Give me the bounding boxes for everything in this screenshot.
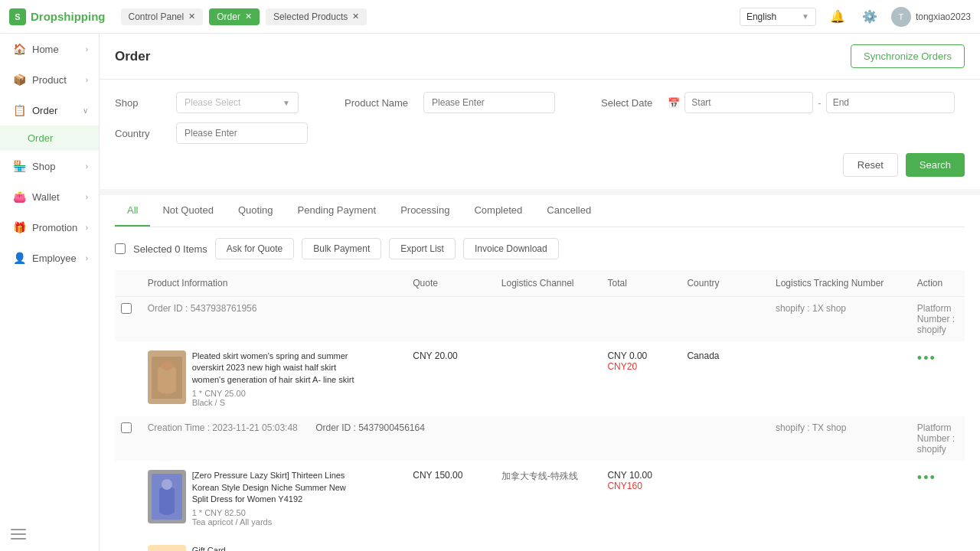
product-details-1: Pleated skirt women's spring and summer …: [192, 350, 361, 407]
tab-control-panel-close[interactable]: ✕: [188, 11, 195, 21]
topbar-right: English ▼ 🔔 ⚙️ T tongxiao2023: [740, 6, 971, 28]
sidebar-item-employee[interactable]: 👤 Employee ›: [0, 243, 99, 273]
svg-rect-0: [11, 529, 26, 530]
order-2-number: Order ID : 5437900456164: [315, 422, 425, 433]
tab-order-label: Order: [217, 11, 240, 22]
menu-icon[interactable]: [11, 529, 26, 542]
wallet-icon: 👛: [13, 191, 26, 203]
sidebar-sub-item-order[interactable]: Order: [0, 126, 99, 151]
total-red-2-1: CNY160: [607, 481, 675, 491]
svg-rect-1: [11, 533, 26, 535]
app-name: Dropshipping: [31, 10, 106, 23]
sidebar-item-wallet-label: Wallet: [32, 191, 60, 203]
user-info[interactable]: T tongxiao2023: [891, 7, 971, 27]
filter-row-2: Country: [115, 122, 965, 144]
order-1-meta-empty1: [495, 297, 602, 342]
order-tab-cancelled[interactable]: Cancelled: [534, 195, 603, 227]
page-title: Order: [115, 49, 150, 64]
shop-icon: 🏪: [13, 160, 26, 172]
order-2-tracking-2: [769, 536, 911, 551]
country-input[interactable]: [176, 122, 308, 144]
select-all-checkbox[interactable]: [115, 243, 126, 254]
order-1-checkbox[interactable]: [121, 303, 132, 314]
search-button[interactable]: Search: [906, 153, 965, 177]
order-tab-completed[interactable]: Completed: [462, 195, 534, 227]
ask-for-quote-button[interactable]: Ask for Quote: [215, 238, 294, 259]
tab-control-panel[interactable]: Control Panel ✕: [121, 8, 204, 25]
language-label: English: [746, 11, 776, 22]
product-name-2-1: [Zero Pressure Lazy Skirt] Thirteen Line…: [192, 470, 361, 505]
order-2-action-1: •••: [911, 461, 965, 536]
order-2-product-row-1: [Zero Pressure Lazy Skirt] Thirteen Line…: [115, 461, 965, 536]
order-2-product-row-2: 🎁 Gift Card 1 * CNY 50.00 $50: [115, 536, 965, 551]
shop-select[interactable]: Please Select ▼: [176, 92, 299, 113]
order-1-total: CNY 0.00 CNY20: [601, 341, 681, 416]
settings-icon[interactable]: ⚙️: [859, 6, 880, 28]
order-2-creation: Creation Time : 2023-11-21 05:03:48: [148, 422, 298, 433]
select-date-label: Select Date: [601, 97, 652, 109]
order-2-country-1: [681, 461, 769, 536]
order-tab-pending-payment[interactable]: Pending Payment: [286, 195, 389, 227]
date-range: 📅 -: [668, 92, 954, 113]
bulk-payment-button[interactable]: Bulk Payment: [302, 238, 381, 259]
main-content: Order Synchronize Orders Shop Please Sel…: [100, 34, 980, 551]
export-list-button[interactable]: Export List: [389, 238, 456, 259]
sidebar-item-home-label: Home: [32, 44, 59, 55]
order-2-action-button-1[interactable]: •••: [917, 470, 936, 485]
sidebar-sub-order: Order: [0, 126, 99, 151]
order-1-action: •••: [911, 341, 965, 416]
order-1-platform: shopify : 1X shop: [769, 297, 911, 342]
language-select[interactable]: English ▼: [740, 8, 816, 26]
tab-control-panel-label: Control Panel: [129, 11, 185, 22]
sidebar-item-product[interactable]: 📦 Product ›: [0, 64, 99, 95]
order-2-logistics-1: 加拿大专线-特殊线: [495, 461, 602, 536]
date-separator: -: [818, 97, 821, 109]
sidebar-item-shop[interactable]: 🏪 Shop ›: [0, 151, 99, 181]
synchronize-orders-button[interactable]: Synchronize Orders: [851, 44, 965, 68]
order-2-logistics-2: [495, 536, 602, 551]
avatar: T: [891, 7, 911, 27]
reset-button[interactable]: Reset: [843, 153, 898, 177]
order-2-tracking-1: [769, 461, 911, 536]
tab-selected-products-close[interactable]: ✕: [352, 11, 359, 21]
order-2-check-cell: [115, 416, 142, 461]
username: tongxiao2023: [916, 11, 971, 22]
table-header: Product Information Quote Logistics Chan…: [115, 270, 965, 297]
order-2-product-check: [115, 461, 142, 536]
sidebar-item-order[interactable]: 📋 Order ∨: [0, 95, 99, 126]
sidebar-item-home[interactable]: 🏠 Home ›: [0, 34, 99, 64]
order-1-platform-num: Platform Number : shopify: [911, 297, 965, 342]
chevron-right-icon: ›: [86, 45, 88, 54]
th-total: Total: [601, 270, 681, 297]
chevron-down-icon: ▼: [802, 12, 809, 21]
tab-order[interactable]: Order ✕: [209, 8, 260, 25]
order-tab-processing[interactable]: Processing: [388, 195, 462, 227]
order-2-checkbox[interactable]: [121, 422, 132, 433]
date-end-input[interactable]: [826, 92, 955, 113]
invoice-download-button[interactable]: Invoice Download: [463, 238, 559, 259]
tab-selected-products[interactable]: Selected Products ✕: [266, 8, 367, 25]
order-1-meta-row: Order ID : 5437938761956 shopify : 1X sh…: [115, 297, 965, 342]
product-name-input[interactable]: [423, 92, 555, 113]
product-info-1: Pleated skirt women's spring and summer …: [148, 350, 401, 407]
product-name-label: Product Name: [345, 97, 408, 109]
notification-icon[interactable]: 🔔: [827, 6, 848, 28]
sidebar-item-promotion[interactable]: 🎁 Promotion ›: [0, 212, 99, 243]
order-1-product-row: Pleated skirt women's spring and summer …: [115, 341, 965, 416]
svg-point-6: [162, 479, 172, 490]
order-tab-not-quoted[interactable]: Not Quoted: [150, 195, 226, 227]
total-normal-2-1: CNY 10.00: [607, 470, 675, 481]
order-2-total-2: [601, 536, 681, 551]
order-1-platform-number: Platform Number : shopify: [917, 303, 955, 335]
order-2-product-info-2: 🎁 Gift Card 1 * CNY 50.00 $50: [142, 536, 407, 551]
order-2-platform: shopify : TX shop: [769, 416, 911, 461]
product-variant-1: Black / S: [192, 398, 361, 407]
order-tab-all[interactable]: All: [115, 195, 150, 227]
date-start-input[interactable]: [684, 92, 813, 113]
order-1-action-button[interactable]: •••: [917, 350, 936, 366]
order-1-check-cell: [115, 297, 142, 342]
tab-order-close[interactable]: ✕: [245, 11, 252, 21]
order-tab-quoting[interactable]: Quoting: [226, 195, 286, 227]
calendar-icon: 📅: [668, 97, 680, 109]
sidebar-item-wallet[interactable]: 👛 Wallet ›: [0, 181, 99, 212]
